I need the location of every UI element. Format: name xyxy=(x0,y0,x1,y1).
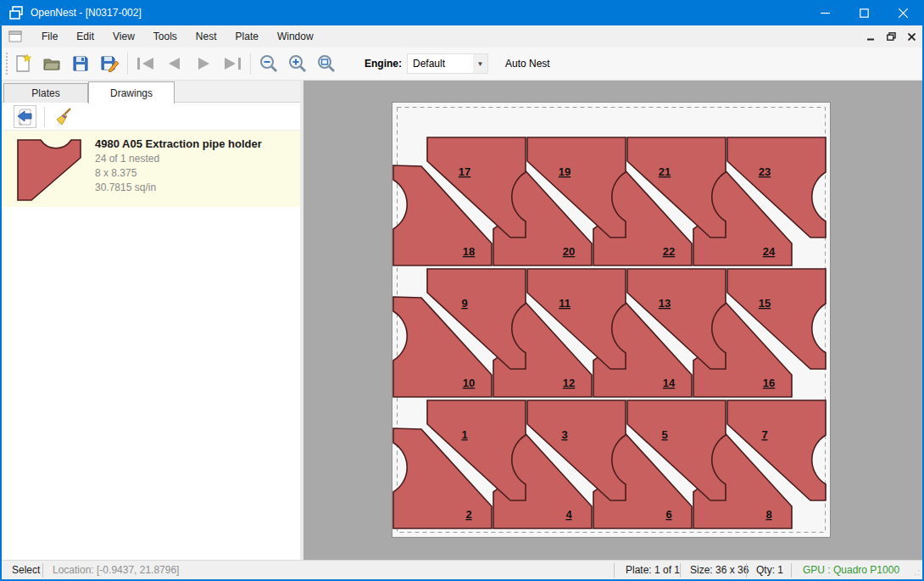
status-qty: Qty: 1 xyxy=(756,564,783,576)
panel-separator xyxy=(44,107,45,127)
minimize-icon xyxy=(821,8,830,18)
part-number-label: 24 xyxy=(763,245,776,258)
next-plate-button[interactable] xyxy=(189,51,218,76)
status-bar: Select Location: [-0.9437, 21.8796] Plat… xyxy=(2,560,922,579)
part-number-label: 22 xyxy=(663,245,675,258)
new-file-button[interactable] xyxy=(8,51,37,76)
part-number-label: 11 xyxy=(559,297,571,310)
open-folder-icon xyxy=(42,53,62,74)
child-restore-button[interactable] xyxy=(885,31,897,42)
drawing-area: 30.7815 sq/in xyxy=(95,182,262,193)
tab-plates[interactable]: Plates xyxy=(3,83,88,103)
close-icon xyxy=(899,8,908,18)
child-minimize-icon xyxy=(867,33,875,41)
drawing-nested-count: 24 of 1 nested xyxy=(95,153,262,165)
part-number-label: 4 xyxy=(565,508,572,521)
chevron-down-icon[interactable]: ▼ xyxy=(473,54,487,73)
nest-canvas[interactable]: 182022241719212310121416911131524681357 xyxy=(303,81,924,560)
plate[interactable]: 182022241719212310121416911131524681357 xyxy=(392,103,830,537)
zoom-fit-button[interactable] xyxy=(312,51,341,76)
auto-nest-button[interactable]: Auto Nest xyxy=(498,53,557,74)
drawings-toolbar xyxy=(2,103,300,131)
maximize-button[interactable] xyxy=(844,0,883,25)
zoom-fit-icon xyxy=(316,53,337,74)
part-number-label: 23 xyxy=(759,165,771,178)
zoom-out-icon xyxy=(259,53,279,74)
send-to-plate-button[interactable] xyxy=(14,105,36,128)
menu-tools[interactable]: Tools xyxy=(144,26,186,47)
menu-nest[interactable]: Nest xyxy=(186,26,226,47)
child-restore-icon xyxy=(887,32,896,41)
child-minimize-button[interactable] xyxy=(865,31,877,42)
clean-button[interactable] xyxy=(52,105,75,128)
go-previous-icon xyxy=(164,55,185,72)
part-number-label: 16 xyxy=(763,377,775,389)
zoom-out-button[interactable] xyxy=(254,51,283,76)
menu-plate[interactable]: Plate xyxy=(226,26,268,47)
child-close-button[interactable] xyxy=(905,31,917,42)
part-number-label: 1 xyxy=(461,428,467,441)
save-as-icon xyxy=(99,53,120,74)
drawing-list-item[interactable]: 4980 A05 Extraction pipe holder 24 of 1 … xyxy=(2,131,300,207)
toolbar-separator xyxy=(250,53,251,75)
title-bar: OpenNest - [N0317-002] xyxy=(2,0,922,25)
minimize-button[interactable] xyxy=(805,0,844,25)
engine-value: Default xyxy=(408,58,473,70)
engine-label: Engine: xyxy=(365,58,402,70)
previous-plate-button[interactable] xyxy=(160,51,189,76)
part-number-label: 6 xyxy=(665,508,671,521)
part-thumbnail xyxy=(17,139,83,202)
sidebar: Plates Drawings xyxy=(2,81,300,560)
tab-drawings[interactable]: Drawings xyxy=(88,81,175,103)
menu-edit[interactable]: Edit xyxy=(67,26,103,47)
part-number-label: 14 xyxy=(663,377,676,389)
last-plate-button[interactable] xyxy=(218,51,247,76)
part-number-label: 2 xyxy=(465,508,471,521)
document-window-icon xyxy=(8,31,22,42)
status-location: Location: [-0.9437, 21.8796] xyxy=(53,564,179,576)
engine-combobox[interactable]: Default ▼ xyxy=(407,53,488,74)
zoom-in-button[interactable] xyxy=(283,51,312,76)
save-button[interactable] xyxy=(66,51,95,76)
resize-grip[interactable]: .: xyxy=(914,567,921,577)
part-number-label: 19 xyxy=(559,165,571,178)
open-file-button[interactable] xyxy=(37,51,66,76)
send-to-plate-icon xyxy=(16,108,35,126)
menu-bar: File Edit View Tools Nest Plate Window xyxy=(2,25,922,47)
part-number-label: 8 xyxy=(765,508,771,521)
menu-file[interactable]: File xyxy=(32,26,67,47)
part-number-label: 17 xyxy=(459,165,470,178)
status-plate: Plate: 1 of 1 xyxy=(626,564,680,576)
plate-drawing: 182022241719212310121416911131524681357 xyxy=(392,103,830,537)
toolbar-separator xyxy=(127,53,128,75)
clean-broom-icon xyxy=(53,107,74,127)
zoom-in-icon xyxy=(287,53,308,74)
drawing-title: 4980 A05 Extraction pipe holder xyxy=(95,137,262,150)
new-file-icon xyxy=(13,53,33,74)
status-size: Size: 36 x 36 xyxy=(690,564,749,576)
part-number-label: 12 xyxy=(563,377,575,389)
part-number-label: 5 xyxy=(661,428,667,441)
first-plate-button[interactable] xyxy=(131,51,160,76)
save-as-button[interactable] xyxy=(95,51,124,76)
part-number-label: 10 xyxy=(463,377,475,389)
part-number-label: 13 xyxy=(659,297,671,310)
close-button[interactable] xyxy=(883,0,922,25)
save-icon xyxy=(70,53,91,74)
go-first-icon xyxy=(135,55,157,72)
go-next-icon xyxy=(193,55,214,72)
window-title: OpenNest - [N0317-002] xyxy=(31,7,142,19)
opennest-window: OpenNest - [N0317-002] File Edit View To… xyxy=(0,0,924,581)
maximize-icon xyxy=(860,8,869,18)
part-number-label: 9 xyxy=(461,297,467,310)
part-number-label: 20 xyxy=(563,245,575,258)
menu-view[interactable]: View xyxy=(103,26,144,47)
menu-window[interactable]: Window xyxy=(268,26,323,47)
main-toolbar: Engine: Default ▼ Auto Nest xyxy=(2,47,922,81)
child-close-icon xyxy=(908,33,916,41)
part-number-label: 18 xyxy=(463,245,475,258)
part-number-label: 7 xyxy=(761,428,767,441)
go-last-icon xyxy=(221,55,243,72)
part-number-label: 3 xyxy=(561,428,567,441)
part-number-label: 21 xyxy=(659,165,671,178)
